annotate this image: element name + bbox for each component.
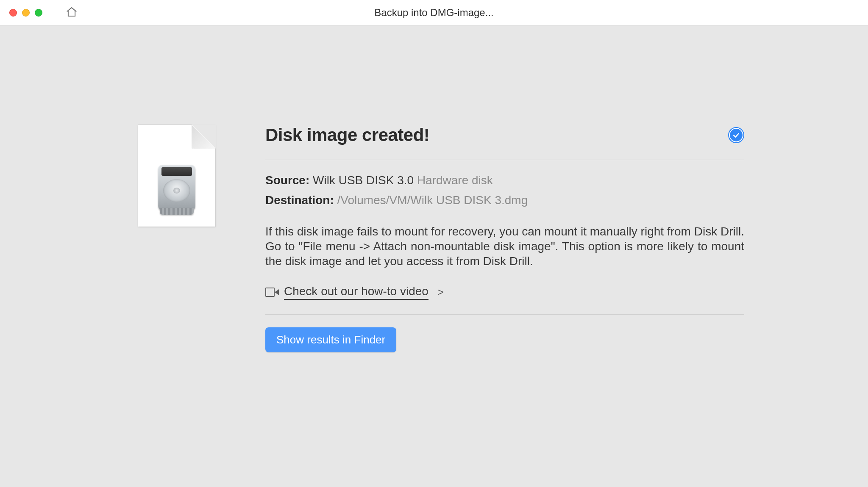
success-check-icon (728, 127, 744, 143)
titlebar: Backup into DMG-image... (0, 0, 868, 25)
home-icon (65, 6, 78, 20)
howto-video-row: Check out our how-to video > (265, 285, 744, 315)
show-results-in-finder-button[interactable]: Show results in Finder (265, 327, 396, 352)
disk-image-document-icon (138, 125, 219, 227)
page-title: Disk image created! (265, 125, 429, 145)
source-row: Source: Wilk USB DISK 3.0 Hardware disk (265, 172, 744, 189)
home-button[interactable] (65, 6, 78, 20)
howto-video-link[interactable]: Check out our how-to video (284, 285, 428, 300)
source-label: Source: (265, 174, 309, 187)
destination-label: Destination: (265, 194, 334, 207)
help-text: If this disk image fails to mount for re… (265, 224, 744, 268)
window-title: Backup into DMG-image... (374, 7, 493, 19)
hard-disk-icon (156, 163, 198, 214)
destination-row: Destination: /Volumes/VM/Wilk USB DISK 3… (265, 192, 744, 209)
camera-icon (265, 288, 278, 297)
window-controls (9, 9, 42, 17)
close-window-button[interactable] (9, 9, 17, 17)
zoom-window-button[interactable] (35, 9, 42, 17)
content-area: Disk image created! Source: Wilk USB DIS… (0, 25, 868, 487)
source-value: Wilk USB DISK 3.0 (313, 174, 414, 187)
chevron-right-icon: > (438, 286, 444, 298)
destination-value: /Volumes/VM/Wilk USB DISK 3.dmg (337, 194, 528, 207)
minimize-window-button[interactable] (22, 9, 30, 17)
source-type: Hardware disk (417, 174, 493, 187)
